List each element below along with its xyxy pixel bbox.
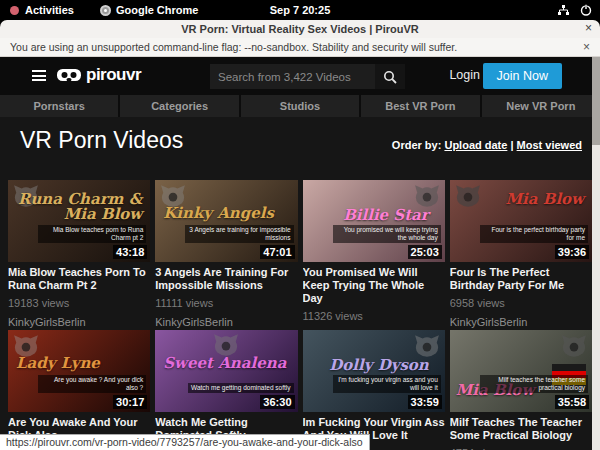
- video-card[interactable]: Dolly Dyson I'm fucking your virgin ass …: [303, 330, 445, 450]
- video-card[interactable]: Kinky Angels 3 Angels are training for i…: [155, 180, 297, 330]
- duration-badge: 39:36: [555, 245, 589, 259]
- order-upload-date-link[interactable]: Upload date: [444, 139, 507, 151]
- warning-bar: You are using an unsupported command-lin…: [0, 38, 600, 57]
- site-logo[interactable]: pirouvr: [56, 65, 141, 85]
- duration-badge: 35:58: [555, 395, 589, 409]
- studio-cat-logo-icon: [561, 334, 587, 358]
- video-thumbnail[interactable]: Mia Blow Milf teaches the teacher some p…: [450, 330, 592, 412]
- order-by-label: Order by:: [392, 139, 442, 151]
- video-grid: Runa Charm & Mia Blow Mia Blow teaches p…: [8, 180, 592, 450]
- duration-badge: 36:30: [260, 395, 294, 409]
- hamburger-menu-icon[interactable]: [32, 70, 46, 81]
- system-top-bar: Activities Google Chrome Sep 7 20:25: [0, 0, 600, 20]
- thumbnail-overlay-title: Dolly Dyson: [329, 358, 428, 373]
- menu-item-studios[interactable]: Studios: [241, 95, 359, 117]
- menu-item-categories[interactable]: Categories: [120, 95, 238, 117]
- thumbnail-caption: Watch me getting dominated softly: [188, 383, 293, 393]
- video-card[interactable]: Sweet Analena Watch me getting dominated…: [155, 330, 297, 450]
- login-link[interactable]: Login: [449, 68, 480, 82]
- site-navbar: pirouvr Login Join Now: [0, 57, 600, 95]
- window-close-icon[interactable]: ×: [585, 21, 592, 35]
- activities-label: Activities: [25, 4, 74, 16]
- thumbnail-caption: Milf teaches the teacher some practical …: [480, 375, 588, 393]
- chrome-icon: [100, 5, 111, 16]
- app-menu-button[interactable]: Google Chrome: [100, 4, 199, 16]
- search-button[interactable]: [375, 64, 405, 89]
- search-icon: [383, 70, 397, 84]
- video-thumbnail[interactable]: Runa Charm & Mia Blow Mia Blow teaches p…: [8, 180, 150, 262]
- thumbnail-caption: I'm fucking your virgin ass and you will…: [333, 375, 441, 393]
- link-preview-tooltip: https://pirouvr.com/vr-porn-video/779325…: [0, 434, 370, 450]
- thumbnail-caption: Are you awake ? And your dick also ?: [38, 375, 146, 393]
- video-title[interactable]: Mia Blow Teaches Porn To Runa Charm Pt 2: [8, 266, 150, 292]
- video-studio-link[interactable]: KinkyGirlsBerlin: [450, 316, 592, 328]
- power-icon[interactable]: [580, 4, 592, 16]
- thumbnail-caption: Four is the perfect birthday party for m…: [480, 225, 588, 243]
- menu-item-new-vr-porn[interactable]: New VR Porn: [482, 95, 600, 117]
- video-title[interactable]: 3 Angels Are Training For Impossible Mis…: [155, 266, 297, 292]
- order-separator: |: [507, 139, 516, 151]
- thumbnail-overlay-title: Lady Lyne: [16, 356, 100, 371]
- video-title[interactable]: Four Is The Perfect Birthday Party For M…: [450, 266, 592, 292]
- video-card[interactable]: Mia Blow Milf teaches the teacher some p…: [450, 330, 592, 450]
- video-card[interactable]: Mia Blow Four is the perfect birthday pa…: [450, 180, 592, 330]
- vr-goggles-icon: [56, 67, 82, 83]
- duration-badge: 25:03: [408, 245, 442, 259]
- video-thumbnail[interactable]: Kinky Angels 3 Angels are training for i…: [155, 180, 297, 262]
- thumbnail-overlay-title: Sweet Analena: [163, 356, 286, 371]
- warning-text: You are using an unsupported command-lin…: [10, 41, 457, 53]
- thumbnail-overlay-title: Runa Charm & Mia Blow: [8, 192, 142, 222]
- warning-close-icon[interactable]: ×: [583, 40, 590, 54]
- category-menu: Pornstars Categories Studios Best VR Por…: [0, 95, 600, 117]
- browser-viewport: pirouvr Login Join Now Pornstars Categor…: [0, 57, 600, 450]
- page-title: VR Porn Videos: [20, 127, 183, 154]
- order-by-controls: Order by: Upload date | Most viewed: [392, 139, 582, 151]
- video-thumbnail[interactable]: Billie Star You promised we will keep tr…: [303, 180, 445, 262]
- video-views: 11326 views: [303, 310, 445, 322]
- thumbnail-overlay-title: Mia Blow: [505, 192, 584, 207]
- site-logo-text: pirouvr: [86, 65, 141, 85]
- app-menu-label: Google Chrome: [116, 4, 199, 16]
- duration-badge: 47:01: [260, 245, 294, 259]
- video-card[interactable]: Billie Star You promised we will keep tr…: [303, 180, 445, 330]
- search-input[interactable]: [210, 64, 375, 89]
- duration-badge: 43:18: [113, 245, 147, 259]
- studio-cat-logo-icon: [414, 184, 440, 208]
- video-thumbnail[interactable]: Mia Blow Four is the perfect birthday pa…: [450, 180, 592, 262]
- studio-cat-logo-icon: [455, 184, 481, 208]
- video-title[interactable]: You Promised We Will Keep Trying The Who…: [303, 266, 445, 305]
- menu-item-best-vr-porn[interactable]: Best VR Porn: [361, 95, 479, 117]
- video-thumbnail[interactable]: Sweet Analena Watch me getting dominated…: [155, 330, 297, 412]
- thumbnail-caption: You promised we will keep trying the who…: [333, 225, 441, 243]
- video-views: 19183 views: [8, 297, 150, 309]
- thumbnail-caption: Mia Blow teaches porn to Runa Charm pt 2: [38, 225, 146, 243]
- video-thumbnail[interactable]: Lady Lyne Are you awake ? And your dick …: [8, 330, 150, 412]
- activities-button[interactable]: Activities: [10, 4, 74, 16]
- studio-cat-logo-icon: [414, 334, 440, 358]
- clock[interactable]: Sep 7 20:25: [270, 4, 331, 16]
- video-views: 11111 views: [155, 297, 297, 309]
- thumbnail-overlay-title: Kinky Angels: [163, 206, 274, 221]
- network-tree-icon[interactable]: [557, 5, 570, 16]
- video-views: 6958 views: [450, 297, 592, 309]
- duration-badge: 30:17: [113, 395, 147, 409]
- join-now-button[interactable]: Join Now: [483, 63, 562, 89]
- video-studio-link[interactable]: KinkyGirlsBerlin: [155, 316, 297, 328]
- scrollbar[interactable]: [592, 57, 600, 450]
- window-title: VR Porn: Virtual Reality Sex Videos | Pi…: [181, 23, 418, 35]
- video-card[interactable]: Lady Lyne Are you awake ? And your dick …: [8, 330, 150, 450]
- menu-item-pornstars[interactable]: Pornstars: [0, 95, 118, 117]
- order-most-viewed-link[interactable]: Most viewed: [517, 139, 582, 151]
- duration-badge: 33:59: [408, 395, 442, 409]
- window-title-bar: VR Porn: Virtual Reality Sex Videos | Pi…: [0, 20, 600, 38]
- recording-indicator-icon: [10, 6, 19, 15]
- video-card[interactable]: Runa Charm & Mia Blow Mia Blow teaches p…: [8, 180, 150, 330]
- scrollbar-thumb[interactable]: [592, 57, 600, 145]
- video-studio-link[interactable]: KinkyGirlsBerlin: [8, 316, 150, 328]
- thumbnail-overlay-title: Billie Star: [343, 208, 429, 223]
- video-thumbnail[interactable]: Dolly Dyson I'm fucking your virgin ass …: [303, 330, 445, 412]
- video-title[interactable]: Milf Teaches The Teacher Some Practical …: [450, 416, 592, 442]
- thumbnail-caption: 3 Angels are training for impossible mis…: [185, 225, 293, 243]
